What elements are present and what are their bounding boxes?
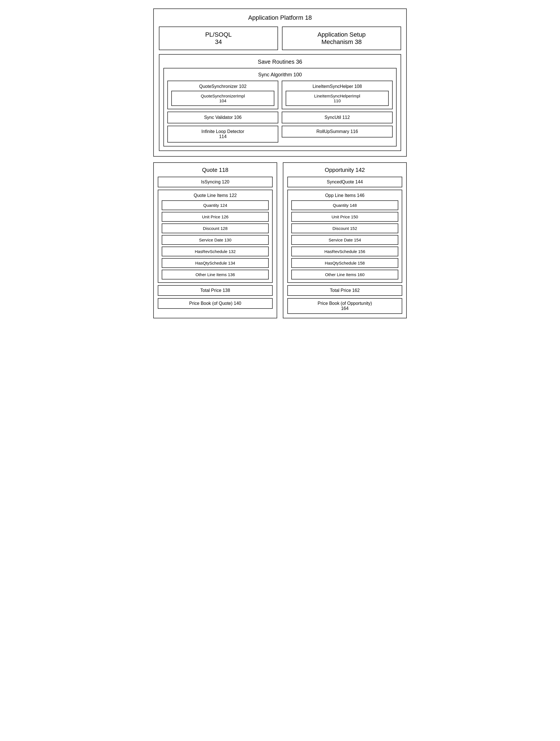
quote-has-rev-schedule-label: HasRevSchedule 132 [195, 249, 235, 254]
is-syncing-box: IsSyncing 120 [158, 177, 273, 187]
opp-total-price-box: Total Price 162 [287, 285, 402, 296]
lineitem-sync-helper-impl-label: LineItemSyncHelperImpl 110 [314, 93, 360, 103]
quote-total-price-label: Total Price 138 [200, 288, 230, 293]
rollup-summary-box: RollUpSummary 116 [282, 126, 393, 137]
app-setup-label: Application Setup Mechanism 38 [318, 31, 366, 45]
quote-unit-price-box: Unit Price 126 [162, 212, 269, 222]
sync-algo-box: Sync Algorithm 100 QuoteSynchronizer 102… [163, 68, 397, 146]
quote-box: Quote 118 IsSyncing 120 Quote Line Items… [153, 162, 277, 318]
quote-quantity-label: Quantity 124 [203, 203, 227, 208]
syncutil-box: SyncUtil 112 [282, 112, 393, 123]
sync-left-col: QuoteSynchronizer 102 QuoteSynchronizerI… [167, 81, 278, 143]
opp-has-rev-schedule-label: HasRevSchedule 156 [324, 249, 365, 254]
sync-right-col: LineItemSyncHelper 108 LineItemSyncHelpe… [282, 81, 393, 143]
bottom-section: Quote 118 IsSyncing 120 Quote Line Items… [153, 162, 407, 318]
lineitem-sync-helper-label: LineItemSyncHelper 108 [312, 84, 362, 89]
opp-other-line-items-label: Other Line Items 160 [325, 272, 364, 277]
opp-has-rev-schedule-box: HasRevSchedule 156 [291, 247, 398, 256]
quote-discount-label: Discount 128 [203, 226, 228, 231]
quote-line-items-title: Quote Line Items 122 [162, 193, 269, 198]
rollup-summary-label: RollUpSummary 116 [316, 129, 358, 134]
opportunity-title: Opportunity 142 [287, 167, 402, 173]
quote-has-qty-schedule-box: HasQtySchedule 134 [162, 258, 269, 268]
is-syncing-label: IsSyncing 120 [201, 180, 229, 184]
sync-algo-title: Sync Algorithm 100 [167, 72, 393, 78]
quote-title: Quote 118 [158, 167, 273, 173]
opp-service-date-box: Service Date 154 [291, 235, 398, 245]
quote-synchronizer-label: QuoteSynchronizer 102 [199, 84, 247, 89]
quote-total-price-box: Total Price 138 [158, 285, 273, 296]
platform-box: Application Platform 18 PL/SOQL 34 Appli… [153, 8, 407, 157]
opp-unit-price-box: Unit Price 150 [291, 212, 398, 222]
quote-synchronizer-box: QuoteSynchronizer 102 QuoteSynchronizerI… [167, 81, 278, 109]
page: Application Platform 18 PL/SOQL 34 Appli… [153, 8, 407, 318]
opp-quantity-box: Quantity 148 [291, 200, 398, 210]
quote-has-rev-schedule-box: HasRevSchedule 132 [162, 247, 269, 256]
quote-other-line-items-label: Other Line Items 136 [196, 272, 235, 277]
lineitem-sync-helper-box: LineItemSyncHelper 108 LineItemSyncHelpe… [282, 81, 393, 109]
opp-line-items-group: Opp Line Items 146 Quantity 148 Unit Pri… [287, 190, 402, 283]
quote-other-line-items-box: Other Line Items 136 [162, 270, 269, 279]
save-routines-box: Save Routines 36 Sync Algorithm 100 Quot… [159, 54, 401, 151]
opp-has-qty-schedule-box: HasQtySchedule 158 [291, 258, 398, 268]
sync-validator-label: Sync Validator 106 [204, 115, 241, 120]
quote-unit-price-label: Unit Price 126 [202, 214, 228, 219]
opp-price-book-box: Price Book (of Opportunity) 164 [287, 298, 402, 314]
plsoql-box: PL/SOQL 34 [159, 26, 278, 50]
infinite-loop-label: Infinite Loop Detector 114 [201, 129, 244, 139]
quote-service-date-box: Service Date 130 [162, 235, 269, 245]
synced-quote-box: SyncedQuote 144 [287, 177, 402, 187]
opp-price-book-label: Price Book (of Opportunity) 164 [318, 301, 372, 311]
sync-algo-grid: QuoteSynchronizer 102 QuoteSynchronizerI… [167, 81, 393, 143]
quote-has-qty-schedule-label: HasQtySchedule 134 [195, 261, 235, 265]
opp-line-items-title: Opp Line Items 146 [291, 193, 398, 198]
opp-quantity-label: Quantity 148 [333, 203, 357, 208]
quote-service-date-label: Service Date 130 [199, 238, 231, 242]
syncutil-label: SyncUtil 112 [325, 115, 350, 120]
opp-has-qty-schedule-label: HasQtySchedule 158 [325, 261, 365, 265]
quote-line-items-group: Quote Line Items 122 Quantity 124 Unit P… [158, 190, 273, 283]
opp-service-date-label: Service Date 154 [329, 238, 361, 242]
app-setup-box: Application Setup Mechanism 38 [282, 26, 401, 50]
lineitem-sync-helper-impl-box: LineItemSyncHelperImpl 110 [286, 91, 389, 106]
synced-quote-label: SyncedQuote 144 [327, 180, 363, 184]
save-routines-title: Save Routines 36 [163, 59, 397, 65]
opp-total-price-label: Total Price 162 [330, 288, 360, 293]
opportunity-box: Opportunity 142 SyncedQuote 144 Opp Line… [283, 162, 407, 318]
opp-discount-box: Discount 152 [291, 223, 398, 233]
sync-validator-box: Sync Validator 106 [167, 112, 278, 123]
infinite-loop-box: Infinite Loop Detector 114 [167, 126, 278, 143]
quote-price-book-label: Price Book (of Quote) 140 [189, 301, 241, 306]
opp-discount-label: Discount 152 [332, 226, 357, 231]
plsoql-label: PL/SOQL 34 [205, 31, 231, 45]
quote-price-book-box: Price Book (of Quote) 140 [158, 298, 273, 309]
quote-synchronizer-impl-label: QuoteSynchronizerImpl 104 [201, 93, 245, 103]
platform-top-row: PL/SOQL 34 Application Setup Mechanism 3… [159, 26, 401, 50]
quote-quantity-box: Quantity 124 [162, 200, 269, 210]
opp-other-line-items-box: Other Line Items 160 [291, 270, 398, 279]
quote-synchronizer-impl-box: QuoteSynchronizerImpl 104 [171, 91, 274, 106]
platform-title: Application Platform 18 [159, 14, 401, 21]
opp-unit-price-label: Unit Price 150 [332, 214, 358, 219]
quote-discount-box: Discount 128 [162, 223, 269, 233]
